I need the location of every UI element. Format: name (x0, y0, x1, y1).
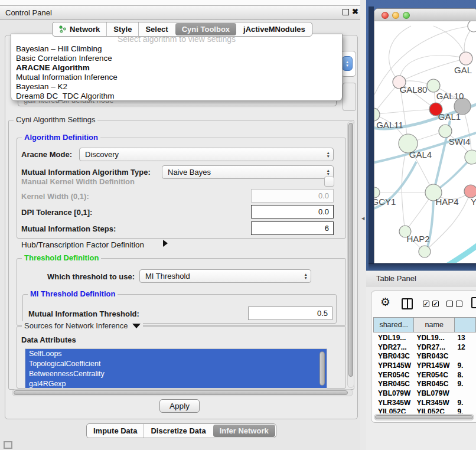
network-view-window[interactable]: GALGAL80GAL10GAL1GAL11SWI4GAL4GCY1HAP4YH… (374, 8, 476, 263)
gear-icon[interactable]: ⚙ (380, 296, 390, 308)
manual-kernel-checkbox[interactable] (324, 177, 334, 187)
algorithm-definition-label: Algorithm Definition (22, 133, 100, 142)
cell-shared: YER054C (373, 371, 414, 379)
data-attribute-item[interactable]: BetweennessCentrality (25, 369, 327, 379)
dpi-tolerance-field[interactable]: 0.0 (251, 205, 334, 219)
cell-shared: YBR043C (373, 352, 414, 360)
cell-name: YBL079W (414, 389, 455, 397)
algorithm-popup-list: Bayesian – Hill ClimbingBasic Correlatio… (11, 44, 342, 101)
network-node-label: HAP4 (435, 197, 458, 207)
table-row[interactable]: YIL052CYIL052C9. (373, 407, 476, 414)
table-row[interactable]: YBR043CYBR043C (373, 351, 476, 361)
panel-splitter[interactable]: ◀ (360, 0, 366, 450)
network-node-label: GAL (454, 65, 472, 75)
network-node-label: GAL11 (376, 120, 403, 130)
mi-steps-field[interactable]: 6 (251, 221, 334, 235)
algorithm-popup-item[interactable]: ARACNE Algorithm (11, 63, 342, 73)
table-row[interactable]: YBR045CYBR045C9. (373, 379, 476, 389)
network-window-titlebar[interactable] (374, 9, 476, 21)
dpi-tolerance-label: DPI Tolerance [0,1]: (21, 208, 92, 217)
network-node-label: GAL4 (409, 149, 432, 159)
network-node-label: SWI4 (449, 136, 471, 146)
data-attribute-item[interactable]: SelfLoops (25, 349, 327, 359)
deselect-box-icon[interactable] (456, 301, 462, 307)
network-node[interactable] (427, 79, 440, 92)
settings-hscrollbar-thumb[interactable] (14, 390, 348, 395)
network-node[interactable] (459, 52, 472, 65)
algorithm-popup-item[interactable]: Mutual Information Inference (11, 73, 342, 82)
which-threshold-combo[interactable]: MI Threshold ▲▼ (139, 269, 311, 283)
network-node[interactable] (374, 108, 380, 121)
combo-stepper-focused[interactable]: ▲▼ (342, 56, 353, 71)
network-node[interactable] (439, 125, 452, 138)
tab-impute-data[interactable]: Impute Data (87, 424, 144, 438)
combo-stepper-icon: ▲▼ (301, 273, 308, 279)
network-node[interactable] (419, 246, 431, 257)
columns-icon[interactable] (402, 298, 413, 309)
tab-select[interactable]: Select (138, 22, 174, 36)
table-row[interactable]: YLR345WYLR345W9. (373, 398, 476, 407)
kernel-width-field[interactable]: 0.0 (251, 189, 334, 203)
settings-scrollbar-thumb[interactable] (348, 123, 353, 377)
table-row[interactable]: YPR145WYPR145W9. (373, 361, 476, 370)
control-panel-title: Control Panel (0, 8, 52, 17)
cell-name: YER054C (414, 371, 455, 379)
algorithm-popup-item[interactable]: Dream8 DC_TDC Algorithm (11, 92, 342, 101)
table-row[interactable]: YDR27...YDR27...12 (373, 343, 476, 352)
splitter-collapse-icon[interactable]: ◀ (361, 216, 364, 221)
table-row[interactable]: YDL19...YDL19...13 (373, 333, 476, 343)
table-hscrollbar-thumb[interactable] (375, 415, 473, 419)
deselect-box-icon[interactable] (446, 301, 453, 307)
document-icon[interactable] (471, 297, 476, 308)
close-window-icon[interactable]: ✖ (352, 7, 358, 17)
cell-shared: YIL052C (373, 407, 414, 413)
tab-network[interactable]: Network (53, 22, 106, 36)
network-node[interactable] (468, 21, 476, 32)
mi-type-combo[interactable]: Naive Bayes ▲▼ (162, 165, 334, 179)
tab-infer-network[interactable]: Infer Network (213, 425, 275, 437)
table-row[interactable]: YER054CYER054C8. (373, 370, 476, 380)
tab-cyni-toolbox[interactable]: Cyni Toolbox (175, 23, 236, 35)
table-header: shared... name (373, 317, 476, 332)
zoom-traffic-light-icon[interactable] (403, 12, 410, 19)
control-panel-tabs: Network Style Select Cyni Toolbox jActiv… (52, 22, 312, 37)
control-panel-titlebar: Control Panel (0, 5, 360, 20)
select-all-check-icon[interactable]: ✓ (423, 301, 429, 307)
close-traffic-light-icon[interactable] (382, 12, 389, 19)
table-row[interactable]: YBL079WYBL079W (373, 389, 476, 398)
aracne-mode-combo[interactable]: Discovery ▲▼ (79, 148, 334, 161)
algorithm-popup: Select algorithm to view settings Bayesi… (11, 34, 343, 101)
window-top-strip (0, 0, 360, 5)
tab-style[interactable]: Style (106, 22, 138, 36)
chevron-down-icon[interactable] (132, 324, 141, 328)
cell-value: 8. (455, 371, 476, 379)
threshold-definition-label: Threshold Definition (22, 253, 101, 262)
network-node[interactable] (465, 150, 476, 164)
network-canvas[interactable]: GALGAL80GAL10GAL1GAL11SWI4GAL4GCY1HAP4YH… (374, 21, 476, 263)
cell-shared: YLR345W (373, 399, 414, 407)
combo-stepper-icon: ▲▼ (323, 151, 330, 158)
network-node[interactable] (464, 185, 476, 198)
apply-button[interactable]: Apply (159, 399, 200, 413)
algorithm-popup-item[interactable]: Basic Correlation Inference (11, 54, 342, 63)
minimize-traffic-light-icon[interactable] (392, 12, 399, 19)
chevron-right-icon[interactable] (163, 240, 168, 247)
minimized-panel-icon[interactable] (4, 441, 12, 449)
float-window-icon[interactable] (343, 9, 349, 15)
cell-name: YBR045C (414, 380, 455, 388)
column-header-name[interactable]: name (414, 318, 454, 332)
tab-discretize-data[interactable]: Discretize Data (144, 424, 212, 438)
select-all-check-icon[interactable]: ✓ (432, 301, 439, 307)
sources-group-label: Sources for Network Inference (22, 321, 143, 330)
data-attribute-item[interactable]: TopologicalCoefficient (25, 359, 327, 369)
column-header-shared[interactable]: shared... (374, 318, 414, 332)
tab-jactivemnodules[interactable]: jActiveMNodules (237, 22, 312, 36)
column-header-extra[interactable] (455, 318, 475, 332)
algorithm-popup-item[interactable]: Bayesian – K2 (11, 82, 342, 92)
cell-shared: YPR145W (373, 361, 414, 370)
algorithm-popup-item[interactable]: Bayesian – Hill Climbing (11, 44, 342, 54)
cell-value: 13 (455, 334, 476, 342)
mi-threshold-field[interactable]: 0.5 (248, 306, 332, 320)
data-attribute-item[interactable]: gal4RGexp (25, 379, 327, 389)
attributes-scrollbar-thumb[interactable] (319, 351, 325, 386)
